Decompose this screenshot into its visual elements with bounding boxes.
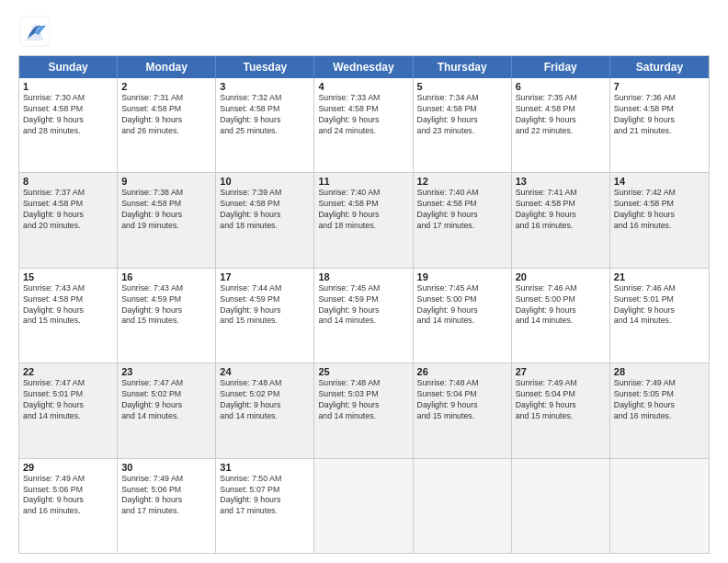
day-info: Sunrise: 7:49 AM Sunset: 5:06 PM Dayligh… <box>121 474 211 518</box>
day-info: Sunrise: 7:50 AM Sunset: 5:07 PM Dayligh… <box>220 474 310 518</box>
cal-cell-1-6: 14Sunrise: 7:42 AM Sunset: 4:58 PM Dayli… <box>610 173 709 267</box>
day-number: 20 <box>516 271 606 282</box>
day-number: 16 <box>121 271 211 282</box>
cal-cell-1-5: 13Sunrise: 7:41 AM Sunset: 4:58 PM Dayli… <box>512 173 610 267</box>
header-day-friday: Friday <box>512 56 610 78</box>
day-info: Sunrise: 7:40 AM Sunset: 4:58 PM Dayligh… <box>417 188 507 232</box>
cal-cell-1-0: 8Sunrise: 7:37 AM Sunset: 4:58 PM Daylig… <box>19 173 118 267</box>
day-number: 11 <box>318 176 408 187</box>
day-number: 9 <box>121 176 211 187</box>
cal-cell-2-1: 16Sunrise: 7:43 AM Sunset: 4:59 PM Dayli… <box>118 269 216 362</box>
day-number: 31 <box>220 462 310 473</box>
calendar-row-2: 15Sunrise: 7:43 AM Sunset: 4:58 PM Dayli… <box>19 268 709 362</box>
day-number: 21 <box>614 271 705 282</box>
cal-cell-4-6 <box>610 459 709 553</box>
cal-cell-4-1: 30Sunrise: 7:49 AM Sunset: 5:06 PM Dayli… <box>118 459 216 553</box>
day-number: 22 <box>23 366 113 377</box>
day-number: 24 <box>220 366 310 377</box>
cal-cell-1-3: 11Sunrise: 7:40 AM Sunset: 4:58 PM Dayli… <box>314 173 413 267</box>
cal-cell-1-1: 9Sunrise: 7:38 AM Sunset: 4:58 PM Daylig… <box>118 173 216 267</box>
day-info: Sunrise: 7:43 AM Sunset: 4:59 PM Dayligh… <box>121 283 211 327</box>
calendar-body: 1Sunrise: 7:30 AM Sunset: 4:58 PM Daylig… <box>19 78 709 553</box>
day-info: Sunrise: 7:40 AM Sunset: 4:58 PM Dayligh… <box>318 188 408 232</box>
day-number: 30 <box>121 462 211 473</box>
cal-cell-2-2: 17Sunrise: 7:44 AM Sunset: 4:59 PM Dayli… <box>216 269 314 362</box>
day-number: 2 <box>121 81 211 92</box>
day-info: Sunrise: 7:49 AM Sunset: 5:05 PM Dayligh… <box>614 378 705 422</box>
cal-cell-3-1: 23Sunrise: 7:47 AM Sunset: 5:02 PM Dayli… <box>118 363 216 457</box>
cal-cell-0-0: 1Sunrise: 7:30 AM Sunset: 4:58 PM Daylig… <box>19 78 118 172</box>
day-info: Sunrise: 7:47 AM Sunset: 5:01 PM Dayligh… <box>23 378 113 422</box>
day-info: Sunrise: 7:48 AM Sunset: 5:03 PM Dayligh… <box>318 378 408 422</box>
day-number: 17 <box>220 271 310 282</box>
day-info: Sunrise: 7:36 AM Sunset: 4:58 PM Dayligh… <box>614 93 705 137</box>
day-info: Sunrise: 7:45 AM Sunset: 4:59 PM Dayligh… <box>318 283 408 327</box>
day-number: 13 <box>516 176 606 187</box>
cal-cell-4-3 <box>314 459 413 553</box>
day-info: Sunrise: 7:48 AM Sunset: 5:02 PM Dayligh… <box>220 378 310 422</box>
cal-cell-4-4 <box>414 459 512 553</box>
cal-cell-3-2: 24Sunrise: 7:48 AM Sunset: 5:02 PM Dayli… <box>216 363 314 457</box>
header-day-wednesday: Wednesday <box>314 56 413 78</box>
day-number: 27 <box>516 366 606 377</box>
day-info: Sunrise: 7:30 AM Sunset: 4:58 PM Dayligh… <box>23 93 113 137</box>
cal-cell-2-0: 15Sunrise: 7:43 AM Sunset: 4:58 PM Dayli… <box>19 269 118 362</box>
cal-cell-0-2: 3Sunrise: 7:32 AM Sunset: 4:58 PM Daylig… <box>216 78 314 172</box>
day-number: 25 <box>318 366 408 377</box>
day-number: 12 <box>417 176 507 187</box>
calendar-header: SundayMondayTuesdayWednesdayThursdayFrid… <box>19 56 709 78</box>
day-info: Sunrise: 7:47 AM Sunset: 5:02 PM Dayligh… <box>121 378 211 422</box>
header-day-saturday: Saturday <box>610 56 709 78</box>
day-info: Sunrise: 7:48 AM Sunset: 5:04 PM Dayligh… <box>417 378 507 422</box>
day-info: Sunrise: 7:38 AM Sunset: 4:58 PM Dayligh… <box>121 188 211 232</box>
header <box>18 15 710 48</box>
cal-cell-0-6: 7Sunrise: 7:36 AM Sunset: 4:58 PM Daylig… <box>610 78 709 172</box>
day-info: Sunrise: 7:46 AM Sunset: 5:00 PM Dayligh… <box>516 283 606 327</box>
day-info: Sunrise: 7:37 AM Sunset: 4:58 PM Dayligh… <box>23 188 113 232</box>
day-number: 4 <box>318 81 408 92</box>
day-number: 28 <box>614 366 705 377</box>
day-info: Sunrise: 7:32 AM Sunset: 4:58 PM Dayligh… <box>220 93 310 137</box>
header-day-sunday: Sunday <box>19 56 118 78</box>
day-number: 10 <box>220 176 310 187</box>
cal-cell-3-5: 27Sunrise: 7:49 AM Sunset: 5:04 PM Dayli… <box>512 363 610 457</box>
day-info: Sunrise: 7:43 AM Sunset: 4:58 PM Dayligh… <box>23 283 113 327</box>
cal-cell-3-3: 25Sunrise: 7:48 AM Sunset: 5:03 PM Dayli… <box>314 363 413 457</box>
day-number: 14 <box>614 176 705 187</box>
cal-cell-3-6: 28Sunrise: 7:49 AM Sunset: 5:05 PM Dayli… <box>610 363 709 457</box>
cal-cell-1-4: 12Sunrise: 7:40 AM Sunset: 4:58 PM Dayli… <box>414 173 512 267</box>
cal-cell-2-6: 21Sunrise: 7:46 AM Sunset: 5:01 PM Dayli… <box>610 269 709 362</box>
day-number: 5 <box>417 81 507 92</box>
day-info: Sunrise: 7:42 AM Sunset: 4:58 PM Dayligh… <box>614 188 705 232</box>
cal-cell-2-5: 20Sunrise: 7:46 AM Sunset: 5:00 PM Dayli… <box>512 269 610 362</box>
cal-cell-0-5: 6Sunrise: 7:35 AM Sunset: 4:58 PM Daylig… <box>512 78 610 172</box>
calendar: SundayMondayTuesdayWednesdayThursdayFrid… <box>18 55 710 554</box>
cal-cell-0-4: 5Sunrise: 7:34 AM Sunset: 4:58 PM Daylig… <box>414 78 512 172</box>
day-info: Sunrise: 7:33 AM Sunset: 4:58 PM Dayligh… <box>318 93 408 137</box>
cal-cell-2-4: 19Sunrise: 7:45 AM Sunset: 5:00 PM Dayli… <box>414 269 512 362</box>
day-number: 29 <box>23 462 113 473</box>
cal-cell-3-0: 22Sunrise: 7:47 AM Sunset: 5:01 PM Dayli… <box>19 363 118 457</box>
day-info: Sunrise: 7:35 AM Sunset: 4:58 PM Dayligh… <box>516 93 606 137</box>
cal-cell-0-3: 4Sunrise: 7:33 AM Sunset: 4:58 PM Daylig… <box>314 78 413 172</box>
calendar-row-3: 22Sunrise: 7:47 AM Sunset: 5:01 PM Dayli… <box>19 362 709 457</box>
day-number: 18 <box>318 271 408 282</box>
cal-cell-2-3: 18Sunrise: 7:45 AM Sunset: 4:59 PM Dayli… <box>314 269 413 362</box>
day-info: Sunrise: 7:31 AM Sunset: 4:58 PM Dayligh… <box>121 93 211 137</box>
cal-cell-3-4: 26Sunrise: 7:48 AM Sunset: 5:04 PM Dayli… <box>414 363 512 457</box>
day-info: Sunrise: 7:49 AM Sunset: 5:06 PM Dayligh… <box>23 474 113 518</box>
header-day-tuesday: Tuesday <box>216 56 314 78</box>
calendar-row-0: 1Sunrise: 7:30 AM Sunset: 4:58 PM Daylig… <box>19 78 709 172</box>
day-info: Sunrise: 7:34 AM Sunset: 4:58 PM Dayligh… <box>417 93 507 137</box>
day-number: 7 <box>614 81 705 92</box>
cal-cell-1-2: 10Sunrise: 7:39 AM Sunset: 4:58 PM Dayli… <box>216 173 314 267</box>
day-number: 26 <box>417 366 507 377</box>
day-number: 3 <box>220 81 310 92</box>
day-info: Sunrise: 7:46 AM Sunset: 5:01 PM Dayligh… <box>614 283 705 327</box>
day-number: 15 <box>23 271 113 282</box>
logo-icon <box>18 15 51 48</box>
day-number: 1 <box>23 81 113 92</box>
day-info: Sunrise: 7:39 AM Sunset: 4:58 PM Dayligh… <box>220 188 310 232</box>
day-number: 23 <box>121 366 211 377</box>
cal-cell-4-2: 31Sunrise: 7:50 AM Sunset: 5:07 PM Dayli… <box>216 459 314 553</box>
